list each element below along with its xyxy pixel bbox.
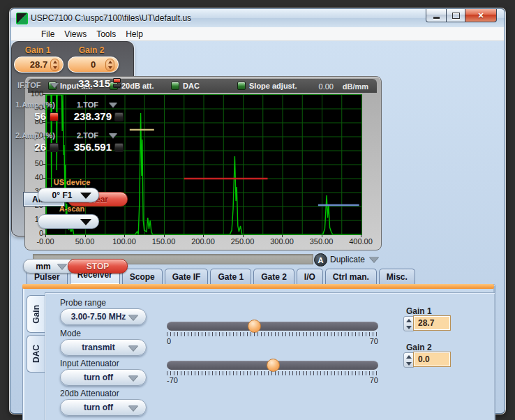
a-scan-select[interactable] <box>38 214 99 229</box>
gain1-slider-min: 0 <box>167 337 171 345</box>
gain1-slider-ruler <box>167 332 378 336</box>
x-tick-label: 300.00 <box>265 237 299 246</box>
amp2-value: 26 <box>15 141 46 153</box>
gain2-slider-min: -70 <box>167 376 178 384</box>
gain2-value-button[interactable]: 0 <box>68 57 119 73</box>
y-tick-mark <box>43 164 45 165</box>
tab-i-o[interactable]: I/O <box>297 269 323 284</box>
checkbox-label: Slope adjust. <box>249 82 297 90</box>
tab-scope[interactable]: Scope <box>122 269 163 284</box>
menu-bar: FileViewsToolsHelp <box>11 27 504 41</box>
menu-help[interactable]: Help <box>121 28 148 40</box>
side-tab-label: Gain <box>31 305 41 324</box>
attenuator-20db-select[interactable]: turn off <box>60 399 147 416</box>
probe-range-label: Probe range <box>60 298 106 308</box>
tab-ctrl-man[interactable]: Ctrl man. <box>325 269 377 284</box>
minimize-icon <box>433 17 440 19</box>
chevron-down-icon <box>128 315 138 320</box>
gain1-slider-track[interactable] <box>167 322 378 331</box>
x-tick-label: 150.00 <box>147 237 181 246</box>
y-tick-mark <box>43 122 45 123</box>
gain1-spin-buttons[interactable] <box>403 316 414 331</box>
x-tick-label: 50.00 <box>68 237 102 246</box>
input-attenuator-select[interactable]: turn off <box>60 369 147 386</box>
window-title: USPC7100 C:\uspc7100\files\UT\default.us <box>31 13 191 23</box>
x-tick-label: 400.00 <box>344 237 378 246</box>
maximize-icon <box>452 13 460 19</box>
y-tick-mark <box>43 94 45 95</box>
y-tick-label: 50 <box>25 159 43 167</box>
chevron-down-icon <box>128 345 138 351</box>
screenshot-frame: USPC7100 C:\uspc7100\files\UT\default.us… <box>0 0 515 420</box>
checkbox-dac[interactable]: DAC <box>171 82 200 90</box>
tof2-indicator <box>114 143 124 152</box>
chevron-down-icon <box>128 375 138 381</box>
mode-select[interactable]: transmit <box>60 339 147 356</box>
checkbox-label: DAC <box>183 82 200 90</box>
accent-divider <box>22 284 494 289</box>
gain1-slider-thumb[interactable] <box>248 320 261 333</box>
y-tick-label: 0 <box>25 229 43 237</box>
slope-value: 0.00 <box>319 82 334 91</box>
us-device-label: US device <box>30 178 114 186</box>
tab-misc[interactable]: Misc. <box>379 269 415 284</box>
us-device-select[interactable]: 0° F1 <box>38 188 99 202</box>
gain2-slider-thumb[interactable] <box>267 359 280 372</box>
chevron-down-icon <box>80 219 91 225</box>
gain1-slider-max: 70 <box>357 337 378 345</box>
tab-gate-1[interactable]: Gate 1 <box>210 269 251 284</box>
spin-down-icon <box>406 362 412 366</box>
attenuator-20db-label: 20db Attenuator <box>60 389 119 398</box>
gain2-slider-max: 70 <box>357 376 378 384</box>
title-bar[interactable]: USPC7100 C:\uspc7100\files\UT\default.us… <box>10 9 505 27</box>
tof1-label: 1.TOF <box>77 100 98 109</box>
gain2-field-label: Gain 2 <box>406 343 432 352</box>
close-button[interactable]: ✕ <box>465 9 497 22</box>
close-icon: ✕ <box>477 11 484 20</box>
side-tab-dac[interactable]: DAC <box>27 335 45 373</box>
spinner-icon[interactable] <box>105 59 114 71</box>
tab-gate-2[interactable]: Gate 2 <box>253 269 294 284</box>
tof1-dropdown-icon[interactable] <box>109 103 117 107</box>
amp1-value: 56 <box>15 110 46 122</box>
gain2-header: Gain 2 <box>67 45 116 55</box>
checkbox-slope-adjust[interactable]: Slope adjust. <box>237 82 297 90</box>
gain2-spinbox: 0.0 <box>403 352 450 368</box>
if-tof-value: 33.315 <box>57 77 110 89</box>
mode-label: Mode <box>60 329 81 338</box>
gain2-input[interactable]: 0.0 <box>414 352 450 366</box>
client-area: 0.00 dB/mm Input att.20dB att.DACSlope a… <box>11 41 504 412</box>
duplicate-dropdown-icon[interactable] <box>369 257 379 262</box>
app-icon <box>16 13 28 24</box>
gain1-value-button[interactable]: 28.7 <box>14 57 64 73</box>
minimize-button[interactable] <box>426 9 447 22</box>
app-window: USPC7100 C:\uspc7100\files\UT\default.us… <box>10 8 505 414</box>
if-tof-label: IF.TOF <box>17 81 40 89</box>
maximize-button[interactable] <box>446 9 466 22</box>
spinner-icon[interactable] <box>50 59 59 71</box>
gain1-input[interactable]: 28.7 <box>414 316 450 330</box>
a-scan-label: A-scan <box>30 204 114 213</box>
stop-button[interactable]: STOP <box>68 259 128 273</box>
probe-range-select[interactable]: 3.00-7.50 MHz <box>60 308 147 325</box>
menu-file[interactable]: File <box>36 28 59 40</box>
tof2-dropdown-icon[interactable] <box>109 133 117 138</box>
x-tick-label: 100.00 <box>107 237 141 246</box>
tof2-label: 2.TOF <box>77 131 98 140</box>
amp2-indicator <box>50 143 59 152</box>
spin-down-icon <box>406 326 412 329</box>
x-tick-label: -0.00 <box>29 237 62 246</box>
chevron-down-icon <box>128 405 138 411</box>
side-tab-label: DAC <box>31 345 41 363</box>
spin-up-icon <box>406 319 412 322</box>
tab-gate-if[interactable]: Gate IF <box>165 269 209 284</box>
duplicate-label: Duplicate <box>330 255 365 264</box>
gain2-spin-buttons[interactable] <box>403 352 414 368</box>
menu-tools[interactable]: Tools <box>91 28 121 40</box>
amp2-label: 2.Amp. (%) <box>15 131 55 140</box>
menu-views[interactable]: Views <box>59 28 91 40</box>
slope-unit: dB/mm <box>343 82 368 91</box>
gain1-spinbox: 28.7 <box>403 316 450 331</box>
x-tick-label: 250.00 <box>226 237 260 246</box>
side-tab-gain[interactable]: Gain <box>27 295 45 333</box>
